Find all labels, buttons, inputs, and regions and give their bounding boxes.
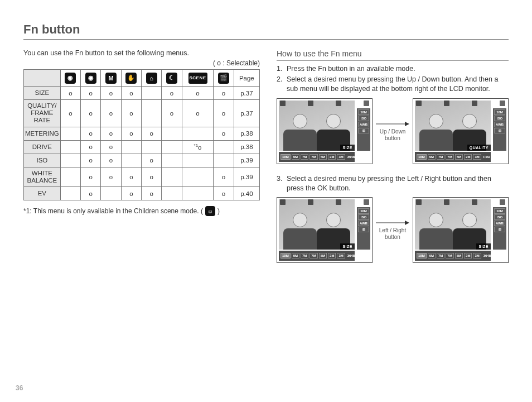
lcd-screenshot-size: 10MISOAWB⊞ SIZE 10M9M7M7M5M2M3M3648X2736 — [277, 98, 373, 164]
legend-text: ( o : Selectable) — [23, 59, 260, 67]
page-number: 36 — [16, 384, 23, 392]
screenshot-row-2: 10MISOAWB⊞ SIZE 10M9M7M7M5M2M3M3648X2736… — [277, 197, 509, 263]
lcd-bottombar: 10M9M7M7M5M2M3M3648X2432 — [415, 251, 491, 261]
fn-menu-table: ◉◉M✋⌂☾SCENE🎬Page SIZEooooooop.37QUALITY/… — [23, 69, 260, 200]
table-row: WHITE BALANCEooooop.39 — [24, 167, 260, 186]
lcd-dimension-label: Fine — [482, 155, 491, 159]
footnote-close: ) — [217, 207, 220, 215]
row-label: SIZE — [24, 87, 61, 100]
photo-area — [415, 100, 491, 151]
lcd-menu-label: QUALITY — [467, 145, 491, 151]
photo-area — [279, 100, 355, 151]
lcd-screenshot-quality: 10MISOAWB⊞ QUALITY 10M9M7M7M5M2M3MFine — [413, 98, 509, 164]
mode-camera-icon: ◉ — [65, 73, 76, 84]
mode-SCENE-icon: SCENE — [188, 73, 207, 84]
mode-hand-icon: ✋ — [125, 73, 137, 84]
photo-area — [279, 199, 355, 250]
lcd-rightbar: 10MISOAWB⊞ — [493, 108, 506, 151]
row-label: WHITE BALANCE — [24, 167, 61, 186]
svg-marker-3 — [405, 221, 409, 225]
mode-camera-p-icon: ◉ — [85, 73, 96, 84]
table-row: QUALITY/ FRAME RATEooooooop.37 — [24, 100, 260, 127]
row-label: METERING — [24, 127, 61, 140]
screenshot-row-1: 10MISOAWB⊞ SIZE 10M9M7M7M5M2M3M3648X2736… — [277, 98, 509, 164]
lcd-topbar — [415, 100, 506, 107]
lcd-menu-label: SIZE — [340, 145, 355, 151]
children-scene-icon: ☺ — [205, 206, 215, 216]
arrow-updown: Up / Down button — [376, 121, 409, 142]
row-label: ISO — [24, 154, 61, 167]
photo-area — [415, 199, 491, 250]
table-row: ISOooop.39 — [24, 154, 260, 167]
lcd-screenshot-before: 10MISOAWB⊞ SIZE 10M9M7M7M5M2M3M3648X2736 — [277, 197, 373, 263]
lcd-bottombar: 10M9M7M7M5M2M3M3648X2736 — [279, 251, 355, 261]
lcd-menu-label: SIZE — [340, 243, 355, 250]
intro-text: You can use the Fn button to set the fol… — [23, 49, 260, 57]
page-title: Fn button — [23, 22, 509, 40]
row-label: QUALITY/ FRAME RATE — [24, 100, 61, 127]
row-label: EV — [24, 187, 61, 200]
lcd-topbar — [279, 100, 370, 107]
table-row: DRIVEoo*1op.38 — [24, 140, 260, 154]
step-1: 1. Press the Fn button in an available m… — [277, 64, 509, 74]
table-row: SIZEooooooop.37 — [24, 87, 260, 100]
footnote-text: *1: This menu is only available in the C… — [23, 207, 203, 215]
lcd-screenshot-after: 10MISOAWB⊞ SIZE 10M9M7M7M5M2M3M3648X2432 — [413, 197, 509, 263]
lcd-rightbar: 10MISOAWB⊞ — [493, 207, 506, 250]
table-row: METERINGooooop.38 — [24, 127, 260, 140]
arrow-leftright: Left / Right button — [376, 219, 409, 241]
table-row: EVoooop.40 — [24, 187, 260, 200]
two-column-layout: You can use the Fn button to set the fol… — [23, 49, 509, 273]
table-header-row: ◉◉M✋⌂☾SCENE🎬Page — [24, 70, 260, 87]
lcd-bottombar: 10M9M7M7M5M2M3M3648X2736 — [279, 152, 355, 162]
lcd-dimension-label: 3648X2432 — [482, 253, 502, 258]
lcd-bottombar: 10M9M7M7M5M2M3MFine — [415, 152, 491, 162]
svg-marker-1 — [405, 122, 409, 126]
row-label: DRIVE — [24, 140, 61, 154]
right-column: How to use the Fn menu 1. Press the Fn b… — [277, 49, 509, 273]
mode-home-icon: ⌂ — [146, 73, 157, 84]
mode-moon-icon: ☾ — [166, 73, 177, 84]
step-3: 3. Select a desired menu by pressing the… — [277, 174, 509, 193]
lcd-rightbar: 10MISOAWB⊞ — [357, 108, 370, 151]
lcd-rightbar: 10MISOAWB⊞ — [357, 207, 370, 250]
footnote: *1: This menu is only available in the C… — [23, 206, 260, 216]
howto-heading: How to use the Fn menu — [277, 49, 509, 61]
lcd-topbar — [415, 199, 506, 206]
lcd-dimension-label: 3648X2736 — [346, 155, 366, 159]
lcd-dimension-label: 3648X2736 — [346, 253, 366, 258]
mode-M-icon: M — [105, 73, 117, 84]
step-2: 2. Select a desired menu by pressing the… — [277, 75, 509, 94]
lcd-menu-label: SIZE — [476, 243, 491, 250]
lcd-topbar — [279, 199, 370, 206]
mode-film-icon: 🎬 — [218, 73, 229, 84]
left-column: You can use the Fn button to set the fol… — [23, 49, 260, 273]
